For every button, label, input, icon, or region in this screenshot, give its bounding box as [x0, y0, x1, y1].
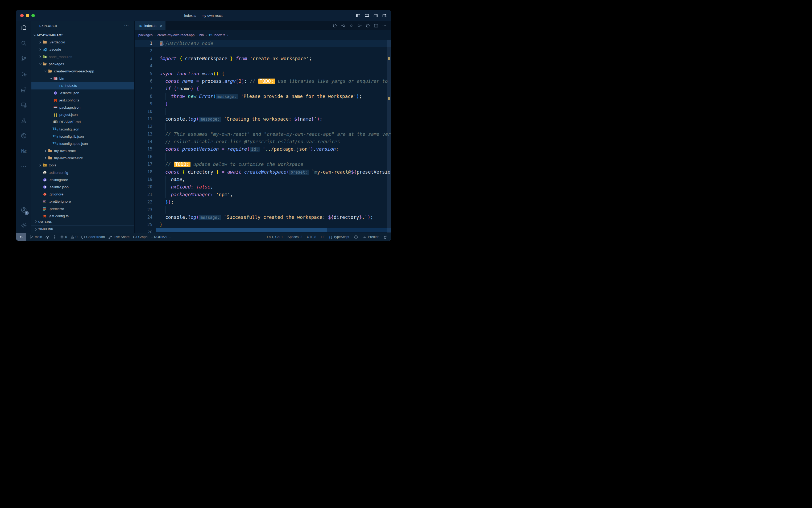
chevron-right-icon[interactable] — [43, 156, 48, 160]
code-editor[interactable]: 1#!/usr/bin/env node23import { createWor… — [135, 40, 391, 233]
open-changes-icon[interactable] — [341, 24, 345, 28]
toggle-primary-sidebar-icon[interactable] — [356, 13, 360, 18]
code-line-18[interactable]: 18 const { directory } = await createWor… — [135, 168, 391, 176]
chevron-right-icon[interactable] — [43, 149, 48, 153]
activity-bar-item-additional-views[interactable] — [16, 159, 32, 174]
code-line-7[interactable]: 7 if (!name) { — [135, 85, 391, 92]
tree-item-create-my-own-react-app[interactable]: create-my-own-react-app — [32, 68, 134, 75]
code-line-6[interactable]: 6 const name = process.argv[2]; // TODO:… — [135, 78, 391, 85]
tree-item-readme.md[interactable]: MREADME.md — [32, 118, 134, 125]
code-line-11[interactable]: 11 console.log(message: `Creating the wo… — [135, 115, 391, 123]
breadcrumb-item-bin[interactable]: bin — [199, 33, 204, 37]
tree-item-.verdaccio[interactable]: .verdaccio — [32, 39, 134, 46]
timeline-history-icon[interactable] — [333, 24, 337, 28]
tree-item-packages[interactable]: packages — [32, 60, 134, 68]
status-errors[interactable]: 0 — [60, 235, 67, 239]
code-line-20[interactable]: 20 nxCloud: false, — [135, 183, 391, 190]
activity-bar-item-remote-explorer[interactable] — [16, 97, 32, 113]
tree-item-index.ts[interactable]: TSindex.ts — [32, 82, 134, 89]
chevron-right-icon[interactable] — [38, 40, 43, 44]
sidebar-section-timeline[interactable]: TIMELINE — [32, 225, 134, 233]
activity-bar-item-gitlens[interactable] — [16, 128, 32, 143]
status-indentation[interactable]: Spaces: 2 — [288, 235, 302, 239]
chevron-down-icon[interactable] — [48, 77, 53, 80]
code-line-4[interactable]: 4 — [135, 62, 391, 70]
status-codestream[interactable]: CodeStream — [81, 235, 105, 239]
tree-item-.prettierrc[interactable]: .prettierrc — [32, 205, 134, 212]
chevron-right-icon[interactable] — [38, 48, 43, 51]
tree-item-.eslintrc.json[interactable]: .eslintrc.json — [32, 183, 134, 190]
status-notifications[interactable] — [383, 235, 387, 239]
chevron-down-icon[interactable] — [43, 70, 48, 73]
status-encoding[interactable]: UTF-8 — [307, 235, 316, 239]
status-prettier[interactable]: Prettier — [363, 235, 379, 239]
code-line-15[interactable]: 15 const presetVersion = require(id: '..… — [135, 145, 391, 153]
code-line-17[interactable]: 17 // TODO: update below to customize th… — [135, 161, 391, 168]
tree-item-.eslintignore[interactable]: .eslintignore — [32, 176, 134, 183]
code-line-16[interactable]: 16 — [135, 153, 391, 161]
code-line-9[interactable]: 9 } — [135, 100, 391, 108]
status-warnings[interactable]: 0 — [70, 235, 78, 239]
status-extension-robot[interactable] — [354, 235, 358, 239]
code-line-8[interactable]: 8 throw new Error(message: 'Please provi… — [135, 93, 391, 100]
tree-root-my-own-react[interactable]: MY-OWN-REACT — [32, 32, 134, 39]
activity-bar-item-source-control[interactable] — [16, 51, 32, 66]
breadcrumb-item-index-ts[interactable]: TSindex.ts — [208, 33, 225, 37]
vertical-scrollbar[interactable] — [387, 40, 391, 233]
code-line-1[interactable]: 1#!/usr/bin/env node — [135, 40, 391, 47]
code-line-24[interactable]: 24 console.log(message: `Successfully cr… — [135, 214, 391, 221]
tree-item-.vscode[interactable]: .vscode — [32, 46, 134, 53]
tree-item-jest.config.ts[interactable]: jest.config.ts — [32, 212, 134, 218]
tab-index.ts[interactable]: TSindex.ts× — [135, 21, 165, 30]
status-git-graph[interactable]: Git Graph — [133, 235, 147, 239]
tree-item-bin[interactable]: 0110bin — [32, 75, 134, 82]
activity-bar-item-run-and-debug[interactable] — [16, 66, 32, 82]
horizontal-scrollbar-thumb[interactable] — [156, 228, 327, 231]
tree-item-tsconfig.json[interactable]: TS⚙tsconfig.json — [32, 125, 134, 133]
tree-item-my-own-react[interactable]: my-own-react — [32, 147, 134, 155]
status-publish[interactable] — [46, 235, 49, 239]
status-live-share[interactable]: Live Share — [108, 235, 130, 239]
toggle-panel-icon[interactable] — [365, 13, 369, 18]
tree-item-.gitignore[interactable]: .gitignore — [32, 190, 134, 198]
horizontal-scrollbar[interactable] — [156, 228, 391, 231]
tree-item-.prettierignore[interactable]: .prettierignore — [32, 198, 134, 205]
activity-bar-item-extensions[interactable] — [16, 82, 32, 97]
code-line-5[interactable]: 5async function main() { — [135, 70, 391, 78]
breadcrumb-item--[interactable]: … — [230, 33, 234, 37]
code-line-10[interactable]: 10 — [135, 108, 391, 115]
code-line-25[interactable]: 25} — [135, 221, 391, 228]
status-eol[interactable]: LF — [321, 235, 325, 239]
status-git-fetch[interactable] — [53, 235, 57, 239]
close-tab-icon[interactable]: × — [160, 24, 162, 28]
file-history-icon[interactable] — [366, 24, 370, 28]
activity-bar-item-search[interactable] — [16, 35, 32, 51]
code-line-19[interactable]: 19 name, — [135, 176, 391, 183]
tree-item-my-own-react-e2e[interactable]: my-own-react-e2e — [32, 155, 134, 162]
activity-bar-item-testing[interactable] — [16, 113, 32, 128]
code-line-23[interactable]: 23 — [135, 206, 391, 214]
tree-item-project.json[interactable]: { }project.json — [32, 111, 134, 118]
status-git-branch[interactable]: main — [30, 235, 42, 239]
chevron-right-icon[interactable] — [38, 55, 43, 58]
code-line-21[interactable]: 21 packageManager: 'npm', — [135, 191, 391, 198]
activity-bar-item-accounts[interactable]: 1 — [16, 202, 32, 217]
breadcrumb-item-create-my-own-react-app[interactable]: create-my-own-react-app — [157, 33, 195, 37]
activity-bar-item-nx-console[interactable]: N≥ — [16, 143, 32, 159]
customize-layout-icon[interactable] — [382, 13, 387, 18]
split-editor-icon[interactable] — [374, 24, 378, 28]
tree-item-.eslintrc.json[interactable]: .eslintrc.json — [32, 89, 134, 97]
chevron-right-icon[interactable] — [38, 164, 43, 167]
tree-item-package.json[interactable]: npmpackage.json — [32, 104, 134, 111]
tree-item-node_modules[interactable]: node_modules — [32, 53, 134, 60]
toggle-secondary-sidebar-icon[interactable] — [374, 13, 378, 18]
tree-item-tools[interactable]: tools — [32, 162, 134, 169]
code-line-2[interactable]: 2 — [135, 47, 391, 54]
tree-item-.editorconfig[interactable]: .editorconfig — [32, 169, 134, 176]
tree-item-jest.config.ts[interactable]: jest.config.ts — [32, 97, 134, 104]
chevron-down-icon[interactable] — [33, 33, 37, 37]
next-change-icon[interactable] — [357, 24, 362, 28]
previous-change-icon[interactable] — [349, 24, 353, 28]
code-line-14[interactable]: 14 // eslint-disable-next-line @typescri… — [135, 138, 391, 145]
status-cursor-position[interactable]: Ln 1, Col 1 — [267, 235, 283, 239]
